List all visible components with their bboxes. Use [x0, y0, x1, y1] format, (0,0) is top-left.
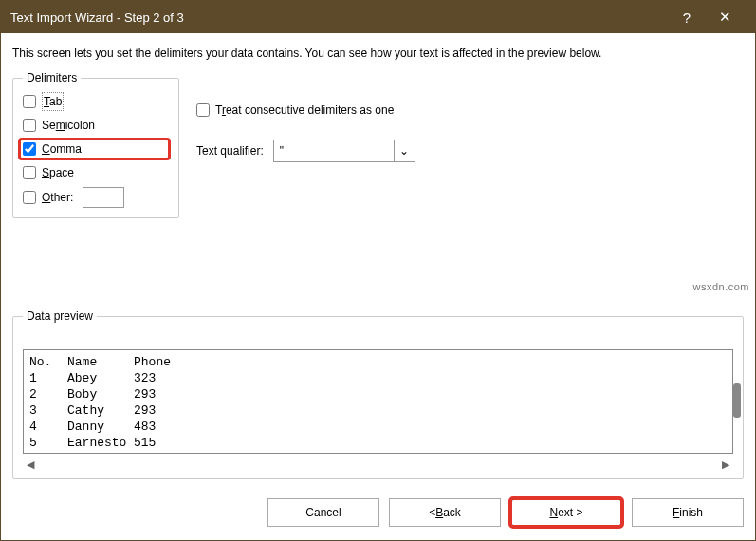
scroll-right-icon: ▶ [722, 458, 729, 471]
scroll-left-icon: ◀ [27, 458, 34, 471]
preview-cell: 293 [134, 402, 200, 419]
preview-cell: 4 [29, 419, 67, 435]
delimiter-comma[interactable]: Comma [20, 140, 169, 159]
preview-cell: 293 [134, 386, 200, 402]
delimiter-other[interactable]: Other: [23, 187, 169, 208]
delimiters-legend: Delimiters [23, 71, 81, 84]
preview-cell: Danny [67, 419, 134, 435]
preview-cell: Boby [67, 386, 134, 402]
preview-cell: 323 [134, 370, 200, 386]
cancel-button[interactable]: Cancel [267, 498, 379, 527]
qualifier-select[interactable]: " ⌄ [273, 140, 415, 162]
chevron-down-icon: ⌄ [394, 140, 415, 161]
content-area: This screen lets you set the delimiters … [1, 33, 755, 489]
treat-consecutive-checkbox[interactable] [196, 103, 210, 117]
delimiter-semicolon[interactable]: Semicolon [23, 117, 169, 134]
treat-consecutive[interactable]: Treat consecutive delimiters as one [196, 102, 415, 119]
back-button[interactable]: < Back [389, 498, 501, 527]
preview-cell: 515 [134, 435, 200, 451]
delimiter-other-checkbox[interactable] [23, 191, 36, 204]
delimiter-tab-checkbox[interactable] [23, 95, 36, 108]
preview-cell: Abey [67, 370, 134, 386]
preview-legend: Data preview [23, 309, 97, 323]
qualifier-value: " [280, 144, 394, 158]
preview-cell: 483 [134, 419, 200, 435]
button-row: Cancel < Back Next > Finish [1, 489, 755, 540]
preview-cell: 3 [29, 402, 67, 419]
qualifier-label: Text qualifier: [196, 144, 264, 158]
preview-cell: 5 [29, 435, 67, 451]
description-text: This screen lets you set the delimiters … [12, 47, 744, 60]
finish-button[interactable]: Finish [632, 498, 744, 527]
delimiters-group: Delimiters Tab Semicolon Comma Space [12, 71, 179, 218]
preview-header: No. [29, 354, 67, 370]
delimiter-space[interactable]: Space [23, 164, 169, 181]
delimiter-tab[interactable]: Tab [23, 92, 169, 111]
close-button[interactable]: ✕ [706, 9, 744, 26]
preview-group: Data preview No. 1 2 3 4 5 Name Abey Bob… [12, 309, 744, 479]
titlebar: Text Import Wizard - Step 2 of 3 ? ✕ [1, 1, 755, 33]
preview-cell: 2 [29, 386, 67, 402]
preview-panel: No. 1 2 3 4 5 Name Abey Boby Cathy Danny… [23, 349, 733, 454]
delimiter-comma-checkbox[interactable] [23, 142, 36, 156]
preview-header: Phone [134, 354, 200, 370]
vertical-scrollbar[interactable] [733, 383, 741, 418]
preview-cell: Cathy [67, 402, 134, 419]
delimiter-semicolon-checkbox[interactable] [23, 119, 36, 132]
delimiter-space-checkbox[interactable] [23, 166, 36, 179]
wizard-window: Text Import Wizard - Step 2 of 3 ? ✕ Thi… [0, 0, 756, 541]
delimiter-other-input[interactable] [83, 187, 124, 208]
preview-cell: Earnesto [67, 435, 134, 451]
watermark: wsxdn.com [692, 281, 749, 292]
next-button[interactable]: Next > [510, 498, 622, 527]
window-title: Text Import Wizard - Step 2 of 3 [10, 10, 668, 25]
preview-header: Name [67, 354, 134, 370]
help-button[interactable]: ? [668, 9, 706, 26]
horizontal-scrollbar[interactable]: ◀ ▶ [23, 454, 733, 475]
preview-cell: 1 [29, 370, 67, 386]
